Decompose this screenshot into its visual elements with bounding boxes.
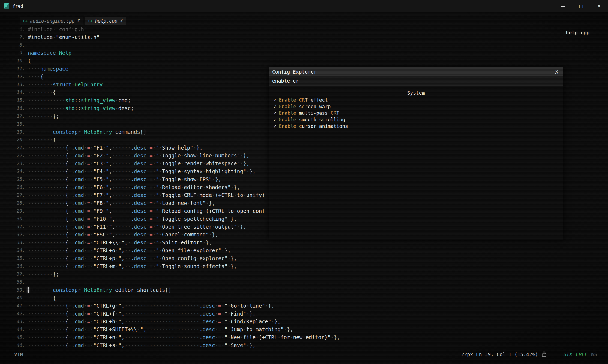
code-line[interactable]: 37.········}; bbox=[14, 270, 600, 278]
config-option-row[interactable]: ✓Enable screen warp bbox=[274, 103, 560, 110]
whitespace-dots: · bbox=[84, 168, 87, 174]
code-line[interactable]: 42.············{·.cmd·=·"CTRL+f·",······… bbox=[14, 310, 600, 318]
close-button[interactable]: × bbox=[590, 0, 608, 12]
code-line[interactable]: 45.············{·.cmd·=·"CTRL+n·",······… bbox=[14, 333, 600, 341]
whitespace-dots: · bbox=[68, 342, 71, 348]
code-token: commands bbox=[115, 129, 140, 135]
config-explorer-popup: Config Explorer X enable cr System ✓Enab… bbox=[269, 67, 563, 240]
whitespace-dots: · bbox=[84, 200, 87, 206]
code-line[interactable]: 7.#include·"enum-utils.h" bbox=[14, 33, 600, 41]
code-line[interactable]: 8. bbox=[14, 41, 600, 49]
whitespace-dots: ······ bbox=[112, 208, 131, 214]
whitespace-dots: · bbox=[159, 184, 162, 190]
whitespace-dots: · bbox=[68, 160, 71, 166]
whitespace-dots: ········ bbox=[28, 89, 53, 95]
code-token: .desc bbox=[131, 200, 146, 206]
whitespace-dots: · bbox=[159, 153, 162, 159]
whitespace-dots: · bbox=[68, 263, 71, 269]
line-number: 34. bbox=[14, 247, 28, 254]
code-line[interactable]: 9.namespace·Help bbox=[14, 49, 600, 57]
config-option-row[interactable]: ✓Enable multi-pass CRT bbox=[274, 110, 560, 116]
code-token: (+CTRL bbox=[215, 192, 234, 198]
code-token: " bbox=[106, 176, 109, 182]
code-token: = bbox=[87, 334, 90, 340]
code-token: }; bbox=[53, 271, 59, 277]
code-token: = bbox=[87, 208, 90, 214]
code-line[interactable]: 41.············{·.cmd·=·"CTRL+g·",······… bbox=[14, 302, 600, 310]
whitespace-dots: · bbox=[153, 168, 156, 174]
whitespace-dots: · bbox=[159, 145, 162, 151]
config-option-row[interactable]: ✓Enable CRT effect bbox=[274, 97, 560, 103]
code-line[interactable]: 35.············{·.cmd·=·"CTRL+p·",··.des… bbox=[14, 254, 600, 262]
whitespace-dots: ························ bbox=[125, 303, 200, 309]
code-token: .desc bbox=[199, 326, 215, 332]
tab-audio-engine.cpp[interactable]: C+audio-engine.cppX bbox=[20, 17, 83, 25]
checkbox-checked-icon[interactable]: ✓ bbox=[274, 97, 277, 103]
code-token: Toggle bbox=[162, 168, 181, 174]
whitespace-dots: · bbox=[128, 239, 131, 245]
match-highlight: r bbox=[305, 123, 308, 129]
whitespace-dots: · bbox=[231, 184, 234, 190]
code-token: { bbox=[28, 58, 31, 64]
code-line[interactable]: 39.········constexpr·HelpEntry·editor_sh… bbox=[14, 286, 600, 294]
checkbox-checked-icon[interactable]: ✓ bbox=[274, 104, 277, 109]
tab-close-icon[interactable]: X bbox=[120, 19, 122, 23]
tab-close-icon[interactable]: X bbox=[77, 19, 80, 23]
whitespace-dots: · bbox=[53, 26, 56, 32]
whitespace-dots: · bbox=[153, 208, 156, 214]
config-search-input[interactable]: enable cr bbox=[269, 76, 563, 86]
option-text: olling bbox=[328, 117, 345, 122]
whitespace-dots: · bbox=[84, 176, 87, 182]
popup-close-button[interactable]: X bbox=[553, 69, 560, 75]
tab-help.cpp[interactable]: C+help.cppX bbox=[85, 17, 126, 25]
code-line[interactable]: 40.········{ bbox=[14, 294, 600, 302]
code-line[interactable]: 44.············{·.cmd·=·"CTRL+SHIFT+\\·"… bbox=[14, 326, 600, 333]
code-token: { bbox=[65, 311, 68, 317]
code-line[interactable]: 6.#include·"config.h" bbox=[14, 25, 600, 33]
code-token: .cmd bbox=[71, 145, 84, 151]
whitespace-dots: · bbox=[115, 311, 118, 317]
code-token: { bbox=[65, 145, 68, 151]
config-option-row[interactable]: ✓Enable smooth scrolling bbox=[274, 116, 560, 123]
whitespace-dots: · bbox=[146, 263, 149, 269]
whitespace-dots: · bbox=[181, 168, 184, 174]
line-number: 46. bbox=[14, 341, 28, 349]
code-token: = bbox=[218, 342, 221, 348]
code-token: = bbox=[87, 232, 90, 238]
code-line[interactable]: 38. bbox=[14, 278, 600, 286]
code-line[interactable]: 43.············{·.cmd·=·"CTRL+h·",······… bbox=[14, 318, 600, 326]
code-line[interactable]: 46.············{·.cmd·=·"CTRL+s·",······… bbox=[14, 341, 600, 349]
minimize-button[interactable]: — bbox=[554, 0, 572, 12]
code-token: { bbox=[65, 239, 68, 245]
checkbox-checked-icon[interactable]: ✓ bbox=[274, 123, 277, 129]
line-number: 22. bbox=[14, 152, 28, 160]
match-highlight: Enable bbox=[279, 117, 296, 122]
line-number: 42. bbox=[14, 310, 28, 318]
whitespace-dots: · bbox=[103, 153, 106, 159]
checkbox-checked-icon[interactable]: ✓ bbox=[274, 117, 277, 122]
whitespace-dots: · bbox=[68, 208, 71, 214]
code-token: = bbox=[87, 176, 90, 182]
whitespace-dots: · bbox=[115, 334, 118, 340]
checkbox-checked-icon[interactable]: ✓ bbox=[274, 110, 277, 116]
code-line[interactable]: 36.············{·.cmd·=·"CTRL+m·",··.des… bbox=[14, 262, 600, 270]
whitespace-dots: · bbox=[84, 303, 87, 309]
config-option-row[interactable]: ✓Enable cursor animations bbox=[274, 123, 560, 129]
code-token: .desc bbox=[131, 239, 146, 245]
whitespace-dots: ····· bbox=[115, 224, 131, 230]
code-token: = bbox=[149, 263, 152, 269]
code-token: " bbox=[156, 232, 159, 238]
whitespace-dots: · bbox=[159, 239, 162, 245]
whitespace-dots: · bbox=[181, 153, 184, 159]
whitespace-dots: · bbox=[153, 239, 156, 245]
whitespace-dots: · bbox=[68, 200, 71, 206]
code-token: [] bbox=[165, 287, 171, 293]
whitespace-dots: · bbox=[84, 342, 87, 348]
maximize-button[interactable]: □ bbox=[572, 0, 590, 12]
whitespace-dots: ············ bbox=[28, 153, 65, 159]
whitespace-dots: ············ bbox=[28, 232, 65, 238]
code-line[interactable]: 10.{ bbox=[14, 57, 600, 65]
whitespace-dots: · bbox=[224, 208, 227, 214]
whitespace-dots: · bbox=[90, 168, 93, 174]
code-line[interactable]: 34.············{·.cmd·=·"CTRL+o·",··.des… bbox=[14, 247, 600, 254]
